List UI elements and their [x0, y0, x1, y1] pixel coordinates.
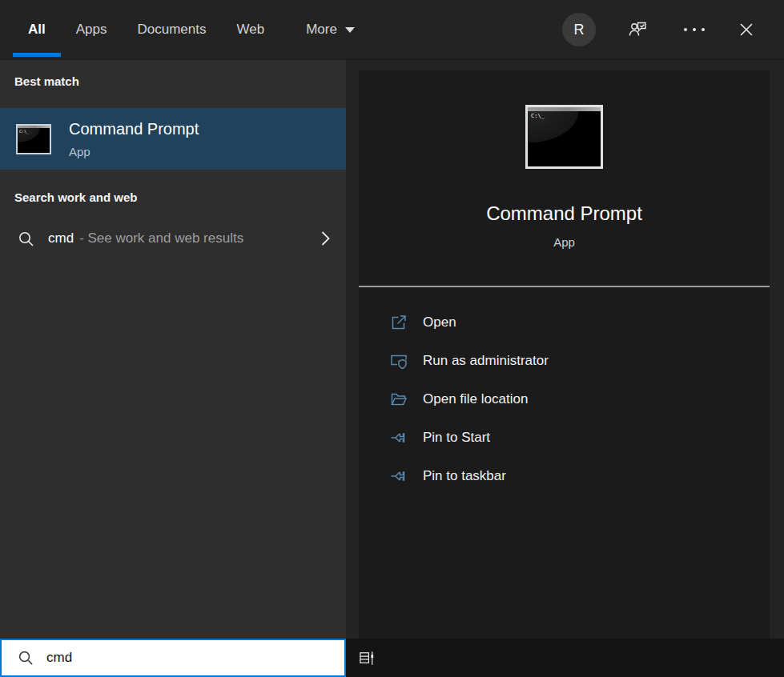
- detail-divider: [359, 286, 770, 287]
- suggestion-suffix: - See work and web results: [79, 230, 243, 246]
- open-external-icon: [390, 314, 408, 331]
- web-suggestion-row[interactable]: cmd - See work and web results: [0, 218, 346, 259]
- web-section-header: Search work and web: [0, 190, 346, 205]
- tab-apps-label: Apps: [76, 22, 107, 38]
- search-window-header: All Apps Documents Web More R: [0, 0, 784, 60]
- command-prompt-icon: C:\_: [16, 124, 51, 154]
- results-panel: Best match C:\_ Command Prompt App Searc…: [0, 60, 346, 639]
- taskbar-window-cursor-icon[interactable]: [358, 649, 376, 667]
- active-tab-underline: [13, 53, 61, 57]
- tab-all[interactable]: All: [28, 0, 46, 59]
- search-icon: [18, 230, 34, 247]
- action-pin-to-taskbar[interactable]: Pin to taskbar: [359, 457, 770, 495]
- user-avatar[interactable]: R: [562, 13, 596, 46]
- tab-apps[interactable]: Apps: [76, 0, 107, 59]
- best-match-title: Command Prompt: [69, 120, 199, 138]
- suggestion-query: cmd: [48, 230, 74, 246]
- filter-tabs: All Apps Documents Web More: [0, 0, 355, 59]
- detail-app-title: Command Prompt: [486, 202, 642, 225]
- action-pin-to-start[interactable]: Pin to Start: [359, 419, 770, 457]
- tab-documents-label: Documents: [137, 22, 206, 38]
- avatar-initial: R: [574, 22, 585, 38]
- chevron-right-icon: [321, 230, 330, 246]
- action-open-file-location[interactable]: Open file location: [359, 380, 770, 419]
- detail-card: C:\_ Command Prompt App Open: [359, 70, 770, 639]
- action-run-as-administrator[interactable]: Run as administrator: [359, 342, 770, 380]
- tab-more-label: More: [306, 22, 337, 38]
- chevron-down-icon: [345, 27, 355, 33]
- close-icon[interactable]: [739, 22, 754, 37]
- tab-more[interactable]: More: [306, 0, 355, 59]
- search-icon: [18, 650, 34, 666]
- action-open[interactable]: Open: [359, 303, 770, 342]
- search-results-area: Best match C:\_ Command Prompt App Searc…: [0, 60, 784, 639]
- tab-web-label: Web: [236, 22, 264, 38]
- bottom-bar: [0, 639, 784, 677]
- action-list: Open Run as administrator Open file loca…: [359, 303, 770, 495]
- search-input[interactable]: [45, 649, 344, 667]
- best-match-subtitle: App: [69, 145, 199, 158]
- search-box[interactable]: [0, 639, 346, 677]
- tab-all-label: All: [28, 22, 46, 38]
- admin-shield-icon: [390, 352, 408, 370]
- folder-location-icon: [390, 391, 408, 408]
- command-prompt-icon-large: C:\_: [525, 105, 603, 169]
- header-actions: R: [562, 0, 784, 59]
- tab-web[interactable]: Web: [236, 0, 264, 59]
- taskbar-area: [346, 639, 784, 677]
- person-check-icon[interactable]: [628, 19, 649, 40]
- pin-icon: [390, 467, 408, 485]
- best-match-result[interactable]: C:\_ Command Prompt App: [0, 108, 346, 170]
- pin-icon: [390, 429, 408, 447]
- ellipsis-menu-icon[interactable]: [681, 28, 707, 31]
- detail-panel: C:\_ Command Prompt App Open: [346, 60, 784, 639]
- tab-documents[interactable]: Documents: [137, 0, 206, 59]
- detail-app-subtitle: App: [553, 235, 575, 250]
- best-match-header: Best match: [0, 74, 346, 89]
